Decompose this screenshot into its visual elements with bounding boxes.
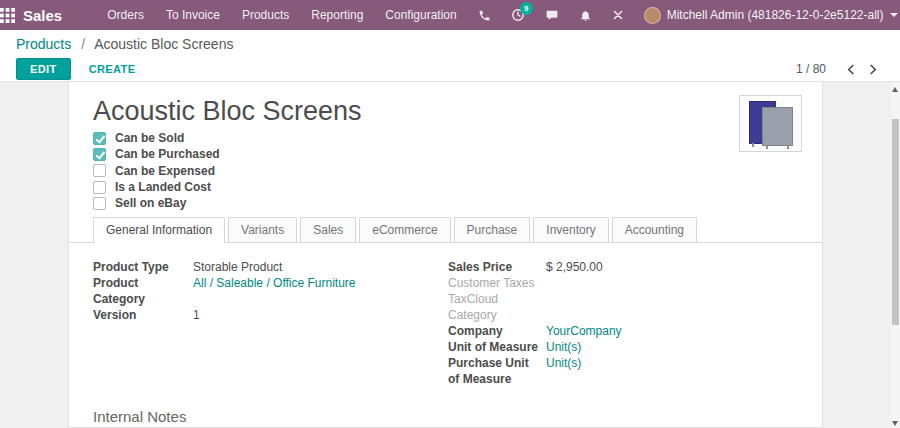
user-name: Mitchell Admin (481826-12-0-2e5122-all) xyxy=(667,8,884,22)
checkbox-row-can-be-expensed: Can be Expensed xyxy=(93,163,798,179)
product-flags: Can be Sold Can be Purchased Can be Expe… xyxy=(93,130,798,211)
field-value xyxy=(546,275,798,291)
checkbox-label: Can be Purchased xyxy=(115,147,220,161)
can-be-sold-checkbox[interactable] xyxy=(93,132,106,145)
product-image[interactable] xyxy=(739,95,802,152)
menu-item-reporting[interactable]: Reporting xyxy=(300,0,374,30)
field-label: Product Type xyxy=(93,259,193,275)
field-value: Storable Product xyxy=(193,259,448,275)
field-label: Company xyxy=(448,323,546,339)
field-company: Company YourCompany xyxy=(448,323,798,339)
scrollbar-thumb[interactable] xyxy=(892,119,899,325)
panel-leg xyxy=(787,145,789,149)
create-button[interactable]: CREATE xyxy=(83,62,142,76)
checkbox-label: Can be Sold xyxy=(115,131,184,145)
field-label: Sales Price xyxy=(448,259,546,275)
checkbox-label: Can be Expensed xyxy=(115,164,215,178)
field-value: 1 xyxy=(193,307,448,323)
field-value-link[interactable]: YourCompany xyxy=(546,323,798,339)
field-label: Version xyxy=(93,307,193,323)
activity-count-badge: 9 xyxy=(520,2,533,15)
internal-notes-heading: Internal Notes xyxy=(93,408,798,425)
scroll-up-icon[interactable] xyxy=(892,87,898,92)
field-value-link[interactable]: Unit(s) xyxy=(546,355,798,387)
tab-inventory[interactable]: Inventory xyxy=(533,217,608,242)
field-value-link[interactable]: All / Saleable / Office Furniture xyxy=(193,275,448,307)
menu-item-configuration[interactable]: Configuration xyxy=(374,0,467,30)
main-menu: Orders To Invoice Products Reporting Con… xyxy=(96,0,468,30)
screen-panel-gray xyxy=(762,107,793,146)
field-purchase-unit-of-measure: Purchase Unit of Measure Unit(s) xyxy=(448,355,798,387)
checkbox-row-sell-on-ebay: Sell on eBay xyxy=(93,195,798,211)
topbar: Sales Orders To Invoice Products Reporti… xyxy=(0,0,900,30)
topbar-right: 9 Mitchell Admin (481826-12-0-2e5122-all… xyxy=(468,7,898,24)
edit-button[interactable]: EDIT xyxy=(16,58,71,80)
sell-on-ebay-checkbox[interactable] xyxy=(93,197,106,210)
can-be-purchased-checkbox[interactable] xyxy=(93,148,106,161)
vertical-scrollbar[interactable] xyxy=(891,82,900,428)
content-area: Acoustic Bloc Screens Can be Sold Can be… xyxy=(0,82,900,428)
menu-item-orders[interactable]: Orders xyxy=(96,0,155,30)
control-panel: Products / Acoustic Bloc Screens EDIT CR… xyxy=(0,30,900,82)
can-be-expensed-checkbox[interactable] xyxy=(93,164,106,177)
app-name[interactable]: Sales xyxy=(23,7,62,24)
field-label: Customer Taxes xyxy=(448,275,546,291)
tab-ecommerce[interactable]: eCommerce xyxy=(359,217,450,242)
page-title: Acoustic Bloc Screens xyxy=(93,96,798,126)
is-landed-cost-checkbox[interactable] xyxy=(93,181,106,194)
breadcrumb-current: Acoustic Bloc Screens xyxy=(94,36,233,52)
avatar xyxy=(644,7,661,24)
messages-icon[interactable] xyxy=(535,9,569,22)
menu-item-to-invoice[interactable]: To Invoice xyxy=(155,0,231,30)
tab-accounting[interactable]: Accounting xyxy=(612,217,697,242)
checkbox-row-can-be-sold: Can be Sold xyxy=(93,130,798,146)
chevron-down-icon xyxy=(890,13,898,17)
field-product-type: Product Type Storable Product xyxy=(93,259,448,275)
close-x-icon[interactable] xyxy=(602,9,634,21)
panel-leg xyxy=(766,145,768,149)
tab-general-information[interactable]: General Information xyxy=(93,217,225,243)
scroll-down-icon[interactable] xyxy=(892,421,898,426)
notifications-bell-icon[interactable] xyxy=(569,9,602,22)
tab-sales[interactable]: Sales xyxy=(300,217,356,242)
field-value: $ 2,950.00 xyxy=(546,259,798,275)
field-taxcloud-category: TaxCloud Category xyxy=(448,291,798,323)
field-label: TaxCloud Category xyxy=(448,291,546,323)
field-label: Product Category xyxy=(93,275,193,307)
phone-icon[interactable] xyxy=(468,9,501,22)
notebook-tabs: General Information Variants Sales eComm… xyxy=(69,217,822,243)
field-value-link[interactable]: Unit(s) xyxy=(546,339,798,355)
checkbox-label: Is a Landed Cost xyxy=(115,180,211,194)
tab-purchase[interactable]: Purchase xyxy=(454,217,531,242)
menu-item-products[interactable]: Products xyxy=(231,0,300,30)
breadcrumb: Products / Acoustic Bloc Screens xyxy=(16,35,884,54)
product-form-sheet: Acoustic Bloc Screens Can be Sold Can be… xyxy=(68,82,823,428)
fields-right-column: Sales Price $ 2,950.00 Customer Taxes Ta… xyxy=(448,259,798,387)
fields-left-column: Product Type Storable Product Product Ca… xyxy=(93,259,448,387)
activities-clock-icon[interactable]: 9 xyxy=(501,8,535,22)
apps-grid-icon[interactable] xyxy=(0,0,15,30)
tab-variants[interactable]: Variants xyxy=(228,217,297,242)
pager-previous-icon[interactable] xyxy=(840,62,862,77)
panel-leg xyxy=(752,143,754,147)
field-sales-price: Sales Price $ 2,950.00 xyxy=(448,259,798,275)
field-customer-taxes: Customer Taxes xyxy=(448,275,798,291)
pager: 1 / 80 xyxy=(796,62,884,77)
field-label: Unit of Measure xyxy=(448,339,546,355)
pager-value: 1 / 80 xyxy=(796,62,826,76)
field-columns: Product Type Storable Product Product Ca… xyxy=(93,259,798,387)
breadcrumb-products-link[interactable]: Products xyxy=(16,36,71,52)
user-menu[interactable]: Mitchell Admin (481826-12-0-2e5122-all) xyxy=(644,7,898,24)
checkbox-row-can-be-purchased: Can be Purchased xyxy=(93,146,798,162)
checkbox-row-landed-cost: Is a Landed Cost xyxy=(93,179,798,195)
pager-next-icon[interactable] xyxy=(862,62,884,77)
field-unit-of-measure: Unit of Measure Unit(s) xyxy=(448,339,798,355)
field-value xyxy=(546,291,798,323)
checkbox-label: Sell on eBay xyxy=(115,196,186,210)
field-version: Version 1 xyxy=(93,307,448,323)
field-label: Purchase Unit of Measure xyxy=(448,355,546,387)
breadcrumb-separator: / xyxy=(81,36,85,52)
field-product-category: Product Category All / Saleable / Office… xyxy=(93,275,448,307)
control-panel-buttons-row: EDIT CREATE 1 / 80 xyxy=(16,58,884,80)
